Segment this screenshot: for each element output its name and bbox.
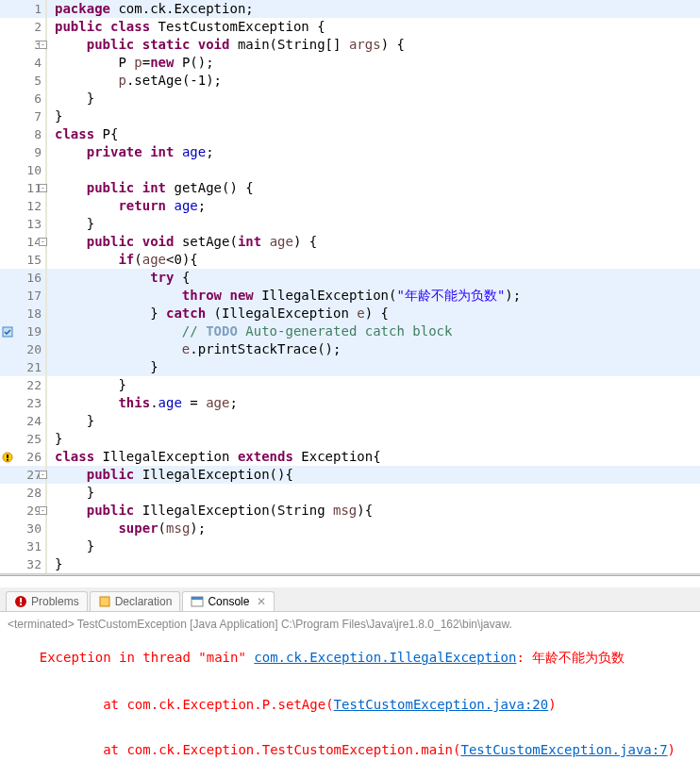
code-line[interactable]: 24 } bbox=[0, 412, 700, 430]
fold-toggle-icon[interactable]: - bbox=[39, 184, 47, 192]
code-content[interactable]: class P{ bbox=[47, 125, 700, 143]
code-content[interactable]: super(msg); bbox=[47, 520, 700, 537]
gutter[interactable]: 11- bbox=[0, 179, 47, 197]
code-content[interactable]: } bbox=[47, 358, 700, 376]
gutter[interactable]: 5 bbox=[0, 72, 47, 90]
code-line[interactable]: 32} bbox=[0, 555, 700, 573]
code-line[interactable]: 30 super(msg); bbox=[0, 520, 700, 537]
code-line[interactable]: 23 this.age = age; bbox=[0, 394, 700, 412]
gutter[interactable]: 16 bbox=[0, 269, 47, 287]
gutter[interactable]: 3- bbox=[0, 36, 47, 54]
code-line[interactable]: 27- public IllegalException(){ bbox=[0, 466, 700, 484]
gutter[interactable]: 20 bbox=[0, 340, 47, 358]
fold-toggle-icon[interactable]: - bbox=[39, 238, 47, 246]
code-editor[interactable]: 1package com.ck.Exception;2public class … bbox=[0, 0, 700, 573]
code-content[interactable]: throw new IllegalException("年龄不能为负数"); bbox=[47, 287, 700, 305]
code-line[interactable]: 13 } bbox=[0, 215, 700, 233]
gutter[interactable]: 30 bbox=[0, 520, 47, 537]
code-line[interactable]: 3- public static void main(String[] args… bbox=[0, 36, 700, 54]
exception-link[interactable]: com.ck.Exception.IllegalException bbox=[254, 650, 516, 665]
gutter[interactable]: 4 bbox=[0, 54, 47, 72]
code-line[interactable]: 4 P p=new P(); bbox=[0, 54, 700, 72]
code-content[interactable]: // TODO Auto-generated catch block bbox=[47, 322, 700, 340]
code-line[interactable]: 21 } bbox=[0, 358, 700, 376]
code-content[interactable]: } bbox=[47, 90, 700, 107]
gutter[interactable]: 31 bbox=[0, 537, 47, 555]
gutter[interactable]: 23 bbox=[0, 394, 47, 412]
splitter[interactable] bbox=[0, 573, 700, 576]
code-line[interactable]: 7} bbox=[0, 107, 700, 125]
code-line[interactable]: 1package com.ck.Exception; bbox=[0, 0, 700, 18]
gutter[interactable]: 1 bbox=[0, 0, 47, 18]
code-line[interactable]: 25} bbox=[0, 430, 700, 448]
gutter[interactable]: 12 bbox=[0, 197, 47, 215]
code-line[interactable]: 28 } bbox=[0, 484, 700, 502]
code-content[interactable]: public void setAge(int age) { bbox=[47, 233, 700, 251]
source-link[interactable]: TestCustomException.java:20 bbox=[334, 697, 549, 712]
gutter[interactable]: 32 bbox=[0, 555, 47, 573]
gutter[interactable]: 28 bbox=[0, 484, 47, 502]
gutter[interactable]: 26 bbox=[0, 448, 47, 466]
code-content[interactable]: try { bbox=[47, 269, 700, 287]
code-line[interactable]: 16 try { bbox=[0, 269, 700, 287]
code-content[interactable]: } catch (IllegalException e) { bbox=[47, 305, 700, 322]
code-content[interactable]: private int age; bbox=[47, 143, 700, 161]
code-content[interactable]: } bbox=[47, 215, 700, 233]
code-content[interactable]: this.age = age; bbox=[47, 394, 700, 412]
tab-problems[interactable]: Problems bbox=[6, 591, 88, 611]
tab-declaration[interactable]: Declaration bbox=[90, 591, 181, 611]
code-content[interactable]: } bbox=[47, 376, 700, 394]
gutter[interactable]: 15 bbox=[0, 251, 47, 269]
code-line[interactable]: 9 private int age; bbox=[0, 143, 700, 161]
code-line[interactable]: 29- public IllegalException(String msg){ bbox=[0, 502, 700, 520]
code-line[interactable]: 5 p.setAge(-1); bbox=[0, 72, 700, 90]
code-content[interactable]: p.setAge(-1); bbox=[47, 72, 700, 90]
fold-toggle-icon[interactable]: - bbox=[39, 506, 47, 515]
gutter[interactable]: 13 bbox=[0, 215, 47, 233]
code-line[interactable]: 8class P{ bbox=[0, 125, 700, 143]
code-line[interactable]: 15 if(age<0){ bbox=[0, 251, 700, 269]
gutter[interactable]: 19 bbox=[0, 322, 47, 340]
code-content[interactable]: public static void main(String[] args) { bbox=[47, 36, 700, 54]
code-line[interactable]: 6 } bbox=[0, 90, 700, 107]
code-content[interactable]: e.printStackTrace(); bbox=[47, 340, 700, 358]
code-line[interactable]: 17 throw new IllegalException("年龄不能为负数")… bbox=[0, 287, 700, 305]
gutter[interactable]: 8 bbox=[0, 125, 47, 143]
code-content[interactable]: } bbox=[47, 484, 700, 502]
gutter[interactable]: 25 bbox=[0, 430, 47, 448]
code-content[interactable]: } bbox=[47, 412, 700, 430]
gutter[interactable]: 2 bbox=[0, 18, 47, 36]
code-line[interactable]: 31 } bbox=[0, 537, 700, 555]
gutter[interactable]: 21 bbox=[0, 358, 47, 376]
gutter[interactable]: 17 bbox=[0, 287, 47, 305]
code-content[interactable]: public IllegalException(String msg){ bbox=[47, 502, 700, 520]
code-content[interactable]: public IllegalException(){ bbox=[47, 466, 700, 484]
code-content[interactable] bbox=[47, 161, 700, 179]
code-content[interactable]: } bbox=[47, 537, 700, 555]
code-content[interactable]: if(age<0){ bbox=[47, 251, 700, 269]
gutter[interactable]: 27- bbox=[0, 466, 47, 484]
code-content[interactable]: package com.ck.Exception; bbox=[47, 0, 700, 18]
gutter[interactable]: 22 bbox=[0, 376, 47, 394]
gutter[interactable]: 9 bbox=[0, 143, 47, 161]
close-icon[interactable]: ✕ bbox=[257, 595, 266, 608]
gutter[interactable]: 24 bbox=[0, 412, 47, 430]
code-content[interactable]: public int getAge() { bbox=[47, 179, 700, 197]
gutter[interactable]: 14- bbox=[0, 233, 47, 251]
gutter[interactable]: 29- bbox=[0, 502, 47, 520]
code-line[interactable]: 2public class TestCustomException { bbox=[0, 18, 700, 36]
source-link[interactable]: TestCustomException.java:7 bbox=[460, 742, 667, 757]
gutter[interactable]: 7 bbox=[0, 107, 47, 125]
console-output[interactable]: <terminated> TestCustomException [Java A… bbox=[0, 612, 700, 760]
code-line[interactable]: 11- public int getAge() { bbox=[0, 179, 700, 197]
code-line[interactable]: 26class IllegalException extends Excepti… bbox=[0, 448, 700, 466]
tab-console[interactable]: Console ✕ bbox=[182, 591, 275, 611]
fold-toggle-icon[interactable]: - bbox=[39, 471, 47, 479]
code-content[interactable]: } bbox=[47, 430, 700, 448]
code-line[interactable]: 18 } catch (IllegalException e) { bbox=[0, 305, 700, 322]
gutter[interactable]: 6 bbox=[0, 90, 47, 107]
code-content[interactable]: P p=new P(); bbox=[47, 54, 700, 72]
code-line[interactable]: 22 } bbox=[0, 376, 700, 394]
code-line[interactable]: 12 return age; bbox=[0, 197, 700, 215]
code-content[interactable]: return age; bbox=[47, 197, 700, 215]
